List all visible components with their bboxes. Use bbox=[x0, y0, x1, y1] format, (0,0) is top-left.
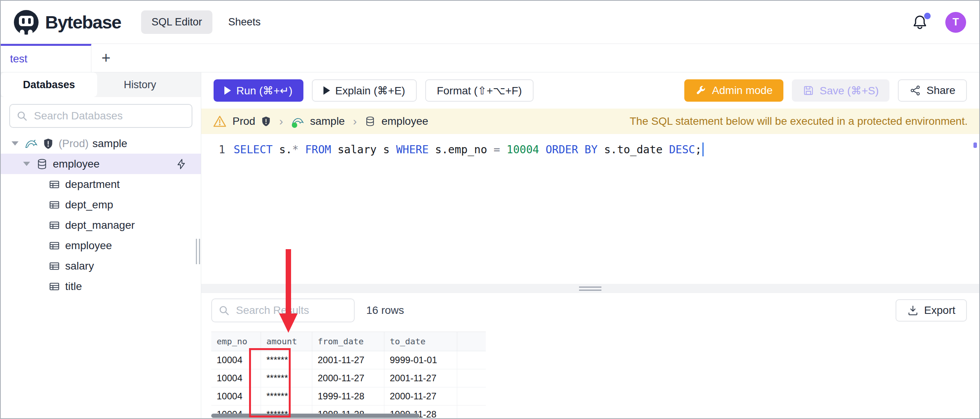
table-label: dept_manager bbox=[65, 219, 135, 231]
sql-token bbox=[299, 143, 305, 156]
tree-item-table-dept-emp[interactable]: dept_emp bbox=[1, 194, 201, 215]
tree-item-table-salary[interactable]: salary bbox=[1, 256, 201, 276]
tree-item-schema-employee[interactable]: employee bbox=[1, 154, 201, 174]
sheet-tabstrip: test + bbox=[1, 44, 979, 72]
annotation-arrow bbox=[286, 249, 291, 315]
warning-icon bbox=[213, 115, 227, 128]
shield-icon bbox=[261, 116, 271, 127]
editor-scrollbar[interactable] bbox=[973, 142, 977, 148]
table-label: employee bbox=[65, 240, 112, 252]
tree-item-table-dept-manager[interactable]: dept_manager bbox=[1, 215, 201, 235]
cell-empty bbox=[457, 387, 486, 406]
shield-icon bbox=[43, 138, 54, 149]
tree-item-table-title[interactable]: title bbox=[1, 276, 201, 297]
breadcrumb-table[interactable]: employee bbox=[381, 115, 428, 127]
table-label: dept_emp bbox=[65, 199, 113, 211]
cell-empty bbox=[457, 369, 486, 387]
brand-title: Bytebase bbox=[45, 12, 121, 33]
sql-token: DESC bbox=[669, 143, 695, 156]
caret-down-icon[interactable] bbox=[12, 141, 19, 146]
database-tree: (Prod) sample employee bbox=[1, 133, 201, 297]
nav-sql-editor[interactable]: SQL Editor bbox=[141, 10, 212, 34]
save-button[interactable]: Save (⌘+S) bbox=[792, 79, 889, 102]
cell-from-date: 2000-11-27 bbox=[312, 369, 384, 387]
column-header-from-date[interactable]: from_date bbox=[312, 332, 384, 351]
mysql-icon bbox=[25, 138, 38, 149]
table-label: salary bbox=[65, 260, 94, 272]
results-controls: 16 rows Export bbox=[211, 298, 967, 322]
panel-splitter[interactable] bbox=[201, 284, 979, 293]
table-label: department bbox=[65, 178, 120, 191]
format-button[interactable]: Format (⇧+⌥+F) bbox=[425, 79, 534, 102]
cell-to-date: 2000-11-27 bbox=[384, 387, 457, 406]
sql-token: s.emp_no bbox=[429, 143, 494, 156]
explain-button[interactable]: Explain (⌘+E) bbox=[312, 79, 417, 102]
tab-history[interactable]: History bbox=[97, 72, 183, 97]
sql-token bbox=[539, 143, 546, 156]
breadcrumb-database[interactable]: sample bbox=[310, 115, 345, 127]
caret-down-icon[interactable] bbox=[23, 162, 30, 166]
database-label: sample bbox=[93, 137, 127, 150]
add-tab-button[interactable]: + bbox=[91, 44, 121, 72]
table-icon bbox=[49, 199, 60, 211]
column-header-empty bbox=[457, 332, 486, 351]
sql-token: s. bbox=[273, 143, 292, 156]
tree-item-table-employee[interactable]: employee bbox=[1, 235, 201, 256]
row-count: 16 rows bbox=[366, 304, 404, 317]
annotation-arrow-head bbox=[279, 313, 298, 333]
schema-label: employee bbox=[53, 158, 99, 170]
notification-bell-icon[interactable] bbox=[912, 14, 928, 30]
top-nav: SQL Editor Sheets bbox=[141, 10, 271, 34]
breadcrumb-separator: › bbox=[279, 115, 283, 128]
sql-token: ; bbox=[695, 143, 702, 156]
play-icon bbox=[224, 86, 231, 95]
editor-toolbar: Run (⌘+↵) Explain (⌘+E) Format (⇧+⌥+F) A… bbox=[201, 72, 979, 109]
cell-from-date: 1999-11-28 bbox=[312, 387, 384, 406]
avatar[interactable]: T bbox=[945, 12, 966, 33]
database-icon bbox=[36, 158, 48, 170]
run-button[interactable]: Run (⌘+↵) bbox=[214, 79, 303, 102]
mysql-icon bbox=[291, 116, 304, 127]
admin-mode-button[interactable]: Admin mode bbox=[684, 79, 783, 102]
play-icon bbox=[323, 86, 330, 95]
table-label: title bbox=[65, 280, 82, 293]
cell-to-date: 9999-01-01 bbox=[384, 351, 457, 369]
sql-token: = bbox=[493, 143, 500, 156]
table-icon bbox=[49, 281, 60, 292]
sql-editor[interactable]: 1SELECT s.* FROM salary s WHERE s.emp_no… bbox=[201, 134, 979, 284]
protected-env-banner: Prod › sample › employee The SQL stateme… bbox=[201, 109, 979, 134]
table-icon bbox=[49, 179, 60, 190]
sql-token: 10004 bbox=[507, 143, 539, 156]
code-line[interactable]: 1SELECT s.* FROM salary s WHERE s.emp_no… bbox=[201, 142, 979, 156]
nav-sheets[interactable]: Sheets bbox=[218, 10, 271, 34]
sql-token: SELECT bbox=[234, 143, 273, 156]
sql-token: ORDER BY bbox=[546, 143, 598, 156]
breadcrumb-environment[interactable]: Prod bbox=[232, 115, 255, 127]
sql-editor-window: Bytebase SQL Editor Sheets T test + Data… bbox=[0, 0, 980, 419]
tab-databases[interactable]: Databases bbox=[1, 72, 97, 97]
cell-to-date: 2001-11-27 bbox=[384, 369, 457, 387]
database-search[interactable] bbox=[9, 104, 192, 128]
horizontal-scrollbar[interactable] bbox=[211, 414, 419, 418]
search-icon bbox=[16, 110, 28, 122]
sql-token: WHERE bbox=[396, 143, 428, 156]
wrench-icon bbox=[695, 85, 707, 96]
sidebar-resize-handle[interactable] bbox=[196, 239, 200, 264]
bytebase-logo-icon[interactable] bbox=[14, 10, 39, 35]
tree-item-instance-sample[interactable]: (Prod) sample bbox=[1, 133, 201, 154]
annotation-highlight-box bbox=[249, 348, 291, 417]
export-button[interactable]: Export bbox=[896, 299, 967, 322]
search-icon bbox=[218, 305, 230, 316]
sql-token: s.to_date bbox=[598, 143, 669, 156]
breadcrumb-separator: › bbox=[353, 115, 357, 128]
tree-item-table-department[interactable]: department bbox=[1, 174, 201, 194]
column-header-to-date[interactable]: to_date bbox=[384, 332, 457, 351]
tab-test[interactable]: test bbox=[1, 44, 91, 72]
download-icon bbox=[907, 305, 919, 316]
share-button[interactable]: Share bbox=[898, 79, 967, 102]
lightning-icon[interactable] bbox=[175, 158, 187, 170]
cell-empty bbox=[457, 406, 486, 419]
share-icon bbox=[909, 85, 921, 96]
sql-token: salary s bbox=[331, 143, 396, 156]
search-databases-input[interactable] bbox=[33, 109, 185, 122]
